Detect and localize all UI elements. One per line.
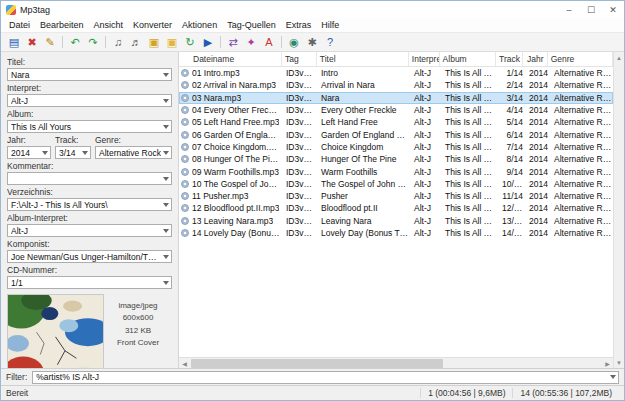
menu-datei[interactable]: Datei	[4, 19, 35, 31]
chevron-down-icon[interactable]	[82, 151, 88, 155]
table-row[interactable]: 02 Arrival in Nara.mp3ID3v2.4Arrival in …	[179, 79, 613, 91]
refresh-icon[interactable]: ↻	[182, 34, 198, 50]
jahr-combo[interactable]: 2014	[7, 146, 51, 159]
scroll-right-icon[interactable]: ▶	[602, 358, 613, 369]
chevron-down-icon[interactable]	[163, 255, 169, 259]
titel-combo[interactable]: Nara	[7, 68, 172, 81]
chevron-down-icon[interactable]	[163, 73, 169, 77]
column-header-titel[interactable]: Titel	[317, 52, 409, 66]
cover-type: Front Cover	[104, 337, 172, 349]
window-title: Mp3tag	[20, 5, 558, 15]
filter-input[interactable]: %artist% IS Alt-J	[32, 371, 619, 384]
parent-folder-icon[interactable]: ▣	[164, 34, 180, 50]
chevron-down-icon[interactable]	[610, 375, 616, 379]
convert-icon[interactable]: ⇄	[225, 34, 241, 50]
table-row[interactable]: 13 Leaving Nara.mp3ID3v2.4Leaving NaraAl…	[179, 215, 613, 227]
column-header-jahr[interactable]: Jahr	[523, 52, 548, 66]
album-combo[interactable]: This Is All Yours	[7, 120, 172, 133]
horizontal-scrollbar[interactable]: ◀ ▶	[179, 357, 613, 368]
cell-interpret: Alt-J	[411, 154, 442, 164]
verzeichnis-label: Verzeichnis:	[7, 187, 172, 197]
cell-titel: Choice Kingdom	[318, 142, 411, 152]
minimize-button[interactable]: –	[558, 1, 580, 18]
undo-icon[interactable]: ↶	[67, 34, 83, 50]
komponist-combo[interactable]: Joe Newman/Gus Unger-Hamilton/Thom Green	[7, 250, 172, 263]
cell-interpret: Alt-J	[411, 117, 442, 127]
menu-ansicht[interactable]: Ansicht	[89, 19, 129, 31]
table-row[interactable]: 14 Lovely Day (Bonus Track).mp3ID3v2.4Lo…	[179, 227, 613, 239]
close-button[interactable]: ✕	[602, 1, 624, 18]
cell-titel: Pusher	[318, 191, 411, 201]
menu-bearbeiten[interactable]: Bearbeiten	[35, 19, 89, 31]
table-row[interactable]: 04 Every Other Freckle.mp3ID3v2.4Every O…	[179, 104, 613, 116]
table-row[interactable]: 12 Bloodflood pt.II.mp3ID3v2.4Bloodflood…	[179, 202, 613, 214]
column-header-dateiname[interactable]: Dateiname	[179, 52, 282, 66]
table-row[interactable]: 11 Pusher.mp3ID3v2.4PusherAlt-JThis Is A…	[179, 190, 613, 202]
chevron-down-icon[interactable]	[42, 151, 48, 155]
menu-aktionen[interactable]: Aktionen	[177, 19, 222, 31]
chevron-down-icon[interactable]	[163, 99, 169, 103]
table-row[interactable]: 06 Garden Of England – Interlude.mp3ID3v…	[179, 128, 613, 140]
track-combo[interactable]: 3/14	[55, 146, 91, 159]
menu-tag-quellen[interactable]: Tag-Quellen	[222, 19, 281, 31]
save-tag-icon[interactable]: ▤	[6, 34, 22, 50]
verzeichnis-combo[interactable]: F:\Alt-J - This Is All Yours\	[7, 198, 172, 211]
chevron-down-icon[interactable]	[163, 151, 169, 155]
scrollbar-thumb[interactable]	[191, 359, 443, 368]
audio-file-icon	[181, 168, 189, 176]
kommentar-combo[interactable]	[7, 172, 172, 185]
redo-icon[interactable]: ↷	[85, 34, 101, 50]
cell-genre: Alternative Rock	[551, 80, 613, 90]
help-icon[interactable]: ?	[322, 34, 338, 50]
vertical-scrollbar[interactable]: ▲ ▼	[613, 52, 624, 368]
chevron-down-icon[interactable]	[163, 177, 169, 181]
komponist-label: Komponist:	[7, 239, 172, 249]
column-header-album[interactable]: Album	[440, 52, 496, 66]
table-row[interactable]: 07 Choice Kingdom.mp3ID3v2.4Choice Kingd…	[179, 141, 613, 153]
album-interpret-combo[interactable]: Alt-J	[7, 224, 172, 237]
options-icon[interactable]: ✱	[304, 34, 320, 50]
tag-edit-icon[interactable]: ✎	[42, 34, 58, 50]
table-row[interactable]: 10 The Gospel of John Hurt.mp3ID3v2.4The…	[179, 178, 613, 190]
scroll-left-icon[interactable]: ◀	[179, 358, 190, 369]
cell-titel: Leaving Nara	[318, 216, 411, 226]
remove-tag-icon[interactable]: ✖	[24, 34, 40, 50]
menubar: DateiBearbeitenAnsichtKonverterAktionenT…	[1, 18, 624, 33]
interpret-combo[interactable]: Alt-J	[7, 94, 172, 107]
table-row[interactable]: 01 Intro.mp3ID3v2.4IntroAlt-JThis Is All…	[179, 67, 613, 79]
menu-konverter[interactable]: Konverter	[128, 19, 177, 31]
actions-icon[interactable]: ✦	[243, 34, 259, 50]
maximize-button[interactable]: ☐	[580, 1, 602, 18]
cell-tag: ID3v2.4	[283, 228, 318, 238]
album-cover-art[interactable]	[7, 294, 104, 368]
table-row[interactable]: 09 Warm Foothills.mp3ID3v2.4Warm Foothil…	[179, 165, 613, 177]
web-sources-icon[interactable]: ◉	[286, 34, 302, 50]
play-icon[interactable]: ▶	[200, 34, 216, 50]
scroll-up-icon[interactable]: ▲	[614, 52, 625, 63]
column-header-interpret[interactable]: Interpret	[409, 52, 440, 66]
audio-file-icon	[181, 94, 189, 102]
chevron-down-icon[interactable]	[163, 229, 169, 233]
cd-nummer-combo[interactable]: 1/1	[7, 276, 172, 289]
scroll-down-icon[interactable]: ▼	[614, 357, 625, 368]
table-row[interactable]: 08 Hunger Of The Pine.mp3ID3v2.4Hunger O…	[179, 153, 613, 165]
playlist-icon[interactable]: ♫	[110, 34, 126, 50]
chevron-down-icon[interactable]	[163, 281, 169, 285]
toolbar-separator	[220, 36, 221, 48]
chevron-down-icon[interactable]	[163, 125, 169, 129]
menu-extras[interactable]: Extras	[281, 19, 317, 31]
column-header-genre[interactable]: Genre	[548, 52, 613, 66]
chevron-down-icon[interactable]	[163, 203, 169, 207]
genre-combo[interactable]: Alternative Rock	[95, 146, 172, 159]
column-header-tag[interactable]: Tag	[282, 52, 317, 66]
cell-titel: The Gospel of John Hurt	[318, 179, 411, 189]
column-header-track[interactable]: Track	[496, 52, 523, 66]
text-case-icon[interactable]: A	[261, 34, 277, 50]
change-folder-icon[interactable]: ▣	[146, 34, 162, 50]
menu-hilfe[interactable]: Hilfe	[316, 19, 344, 31]
table-row[interactable]: 05 Left Hand Free.mp3ID3v2.4Left Hand Fr…	[179, 116, 613, 128]
table-row[interactable]: 03 Nara.mp3ID3v2.4NaraAlt-JThis Is All Y…	[179, 92, 613, 104]
cell-interpret: Alt-J	[411, 80, 442, 90]
new-playlist-icon[interactable]: ♬	[128, 34, 144, 50]
cell-track: 9/14	[499, 167, 526, 177]
